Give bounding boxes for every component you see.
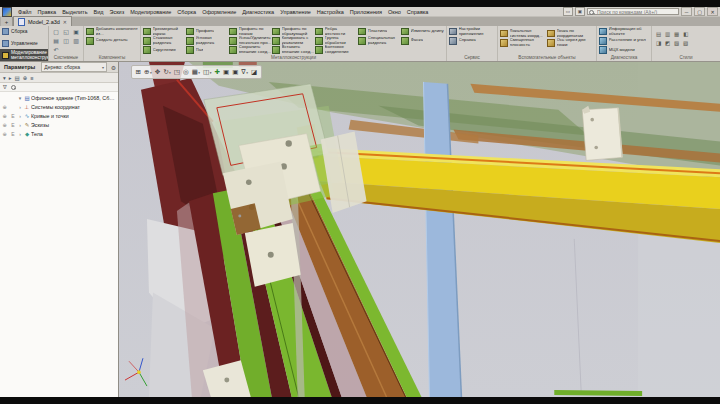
visibility-eye-icon[interactable]: ⊕ <box>0 104 9 110</box>
tree-sections-icon[interactable]: ▤ <box>15 75 20 81</box>
display-mode-icon[interactable]: ▦▾ <box>190 69 201 76</box>
new-document-icon[interactable]: ▢ <box>51 27 61 36</box>
tree-item[interactable]: ⊕ Е › ∿ Кривые и точки <box>0 111 118 120</box>
visibility-column-icon[interactable]: ⊕ <box>23 75 28 81</box>
copy-properties-icon[interactable]: ▣ <box>221 69 230 76</box>
menu-item[interactable]: Вид <box>91 9 107 15</box>
ribbon-tab[interactable]: Управление <box>0 38 48 50</box>
maximize-button[interactable]: ▢ <box>694 7 705 16</box>
ribbon-button[interactable]: Вставить внешние соед... <box>272 45 315 54</box>
paste-properties-icon[interactable]: ▣ <box>231 69 240 76</box>
screen-mode-button[interactable]: ▣ <box>575 7 585 16</box>
ribbon-button[interactable]: Скругление <box>143 45 186 54</box>
ribbon-button[interactable]: Копировать с указанием пол... <box>272 36 315 45</box>
section-view-icon[interactable]: ◫▾ <box>202 69 213 76</box>
ribbon-button[interactable]: Стыковая разделка <box>143 36 186 45</box>
new-tab-button[interactable]: + <box>1 17 13 26</box>
menu-item[interactable]: Настройка <box>314 9 347 15</box>
menu-item[interactable]: Диагностика <box>239 9 277 15</box>
ribbon-button[interactable]: Создать деталь <box>86 36 128 45</box>
send-icon[interactable]: ▥ <box>71 36 81 45</box>
ribbon-button[interactable]: Угловая разделка <box>186 36 229 45</box>
ribbon-display-button[interactable]: ▭ <box>563 7 573 16</box>
tree-item[interactable]: ▾ ▤ Офисное здание (Тип-1068, Сборочн... <box>0 93 118 102</box>
ribbon-button[interactable]: Информация об объекте <box>599 27 649 36</box>
visibility-eye-icon[interactable]: ⊕ <box>0 122 9 128</box>
tree-item[interactable]: ⊕ Е › ✎ Эскизы <box>0 120 118 129</box>
selection-frame-icon[interactable]: ⊞ <box>134 69 142 76</box>
ribbon-button[interactable]: Ребра жесткости <box>315 27 358 36</box>
tree-search-icon[interactable] <box>11 85 16 90</box>
ribbon-button[interactable]: Справка <box>449 36 476 45</box>
tree-selector-dropdown[interactable]: Дерево: сборка▾ <box>41 62 107 72</box>
tree-settings-icon[interactable]: ≡ <box>30 75 33 81</box>
menu-item[interactable]: Окно <box>385 9 404 15</box>
style-fill-icon[interactable]: ◧ <box>681 29 690 38</box>
ribbon-button[interactable]: Профиль по образующей <box>272 27 315 36</box>
menu-item[interactable]: Управление <box>277 9 314 15</box>
collapse-all-icon[interactable]: ▾ <box>3 75 6 81</box>
document-tab[interactable]: Model_2.a3d ✕ <box>13 16 72 26</box>
ribbon-button[interactable]: Болтовое соединение <box>315 45 358 54</box>
tree-item[interactable]: ⊕ Е › ◆ Тела <box>0 129 118 138</box>
viewport-3d[interactable]: ⊞ ⊕▾ ✥ ↻▾ ◳ ◎ ▦▾ ◫▾ <box>119 62 720 397</box>
gear-icon[interactable]: ⚙ <box>109 64 118 71</box>
orientation-cube-icon[interactable]: ◳ <box>172 69 181 76</box>
ribbon-button[interactable]: Ось через две точки <box>547 38 594 47</box>
menu-item[interactable]: Выделить <box>59 9 90 15</box>
menu-item[interactable]: Правка <box>35 9 60 15</box>
ribbon-button[interactable]: Пластина <box>358 27 401 36</box>
ribbon-button[interactable]: Паз <box>186 45 229 54</box>
style-corner-icon[interactable]: ◩ <box>663 38 672 47</box>
menu-item[interactable]: Эскиз <box>106 9 127 15</box>
rotate-icon[interactable]: ↻▾ <box>162 69 173 76</box>
save-icon[interactable]: ▣ <box>71 27 81 36</box>
ribbon-button[interactable]: Сохранить внешние соед... <box>229 45 272 54</box>
menu-item[interactable]: Справка <box>404 9 432 15</box>
ribbon-button[interactable]: Фаска <box>401 36 444 45</box>
pan-icon[interactable]: ✥ <box>153 69 161 76</box>
ribbon-button[interactable]: Изменить длину <box>401 27 444 36</box>
ribbon-button[interactable]: Смещенная плоскость <box>500 38 547 47</box>
ribbon-tab[interactable]: Моделирование металлоконструкций <box>0 49 48 61</box>
ribbon-button[interactable]: Настройки приложения <box>449 27 495 36</box>
ribbon-button[interactable]: Расстояние и угол <box>599 36 649 45</box>
close-button[interactable]: ✕ <box>707 7 718 16</box>
ribbon-button[interactable]: Добавить компонент из... <box>86 27 138 36</box>
style-back-icon[interactable]: ▨ <box>681 38 690 47</box>
appearance-icon[interactable]: ◪ <box>249 69 258 76</box>
rebuild-icon[interactable]: ◎ <box>182 69 191 76</box>
style-half-icon[interactable]: ◨ <box>654 38 663 47</box>
end-plate-right[interactable] <box>582 106 622 161</box>
command-search-input[interactable] <box>587 8 679 15</box>
expand-all-icon[interactable]: ▸ <box>9 75 12 81</box>
menu-item[interactable]: Приложения <box>347 9 385 15</box>
style-hatch-icon[interactable]: ▥ <box>663 29 672 38</box>
minimize-button[interactable]: ─ <box>681 7 692 16</box>
menu-item[interactable]: Сборка <box>174 9 199 15</box>
undo-icon[interactable]: ↶ <box>51 45 61 54</box>
ribbon-button[interactable]: Усечь/Удлинить несколько про... <box>229 36 272 45</box>
zoom-icon[interactable]: ⊕▾ <box>142 69 153 76</box>
tab-close-icon[interactable]: ✕ <box>63 19 67 25</box>
ribbon-button[interactable]: Профиль <box>186 27 229 36</box>
preview-icon[interactable]: ◫ <box>61 36 71 45</box>
ribbon-button[interactable]: Трехмерный каркас <box>143 27 186 36</box>
menu-item[interactable]: Оформление <box>199 9 239 15</box>
menu-item[interactable]: Моделирование <box>127 9 174 15</box>
print-icon[interactable]: ▤ <box>51 36 61 45</box>
filter-icon[interactable]: ∇ <box>3 84 7 90</box>
ribbon-button[interactable]: Локальная система коорд... <box>500 29 547 38</box>
filter-icon[interactable]: ∇▾ <box>240 69 250 76</box>
visibility-eye-icon[interactable]: ⊕ <box>0 113 9 119</box>
refresh-model-icon[interactable]: ✚ <box>213 69 221 76</box>
menu-item[interactable]: Файл <box>15 9 35 15</box>
ribbon-button[interactable]: МЦХ модели <box>599 45 649 54</box>
style-grid-icon[interactable]: ▦ <box>672 29 681 38</box>
tree-item[interactable]: ⊕ › ⊥ Системы координат <box>0 102 118 111</box>
ribbon-button[interactable]: Группа обработки <box>315 36 358 45</box>
open-document-icon[interactable]: ◱ <box>61 27 71 36</box>
ribbon-button[interactable]: Специальная разделка <box>358 36 401 45</box>
ribbon-button[interactable]: Профиль по точкам <box>229 27 272 36</box>
visibility-eye-icon[interactable]: ⊕ <box>0 131 9 137</box>
